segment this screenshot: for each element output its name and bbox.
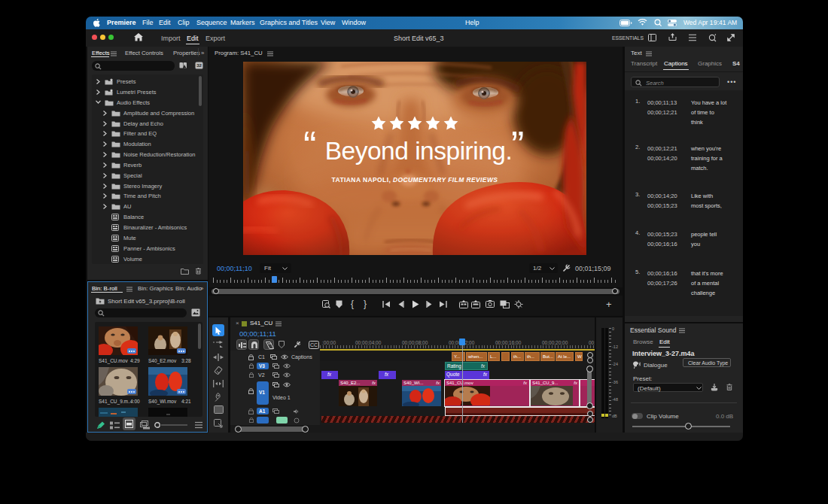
svg-text:CC: CC — [310, 342, 318, 348]
svg-text:TATIANA NAPOLI, DOCUMENTARY FI: TATIANA NAPOLI, DOCUMENTARY FILM REVIEWS — [332, 176, 498, 184]
svg-text:Beyond inspiring.: Beyond inspiring. — [325, 137, 513, 165]
svg-text:”: ” — [511, 123, 524, 167]
svg-text:“: “ — [303, 123, 316, 167]
svg-text:32: 32 — [196, 63, 202, 68]
